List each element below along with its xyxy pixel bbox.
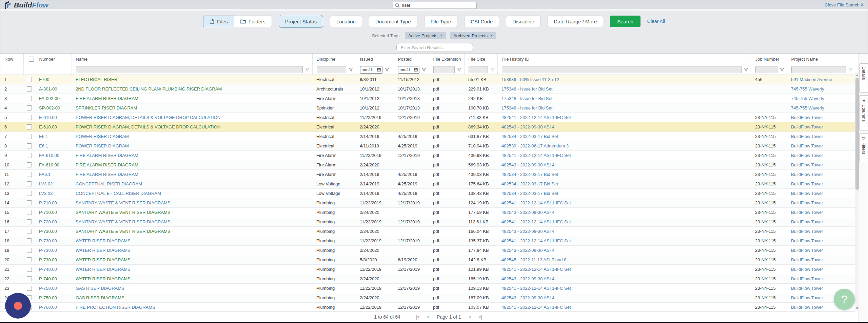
document-name-link[interactable]: POWER RISER DIAGRAM, DETAILS & VOLTAGE D… xyxy=(76,115,220,120)
search-button[interactable]: Search xyxy=(610,16,640,27)
row-checkbox[interactable] xyxy=(27,229,32,234)
scroll-down-arrow[interactable] xyxy=(856,307,859,309)
filter-funnel-icon[interactable] xyxy=(457,67,461,72)
chat-fab-button[interactable] xyxy=(5,293,31,319)
file-history-link[interactable]: 158639 - 50% Issue 11-25-12 xyxy=(501,77,559,82)
file-size-filter-input[interactable] xyxy=(469,66,488,73)
column-header-job-number[interactable]: Job Number xyxy=(751,54,787,65)
document-number-link[interactable]: A-301-00 xyxy=(39,86,57,92)
remove-tag-icon[interactable]: × xyxy=(440,33,442,38)
project-name-link[interactable]: BuildFlow Tower xyxy=(791,286,823,291)
filter-funnel-icon[interactable] xyxy=(422,67,426,72)
document-number-link[interactable]: FA-002-00 xyxy=(39,96,60,101)
file-history-filter-input[interactable] xyxy=(502,66,742,73)
row-checkbox[interactable] xyxy=(27,115,32,120)
project-name-link[interactable]: 745-755 Waverly xyxy=(791,105,824,110)
discipline-filter-input[interactable] xyxy=(317,66,346,73)
document-name-link[interactable]: GAS RISER DIAGRAMS xyxy=(76,295,124,300)
project-name-link[interactable]: BuildFlow Tower xyxy=(791,143,823,148)
tag-active-projects[interactable]: Active Projects × xyxy=(405,32,446,39)
csi-code-filter-button[interactable]: CSI Code xyxy=(464,16,499,27)
document-name-link[interactable]: POWER RISER DIAGRAM, DETAILS & VOLTAGE D… xyxy=(76,124,220,129)
first-page-button[interactable]: |< xyxy=(416,314,419,320)
file-history-link[interactable]: 482539 - 2022-06-17 Addendum 3 xyxy=(501,143,569,148)
document-number-link[interactable]: P-730.00 xyxy=(39,238,57,243)
filter-funnel-icon[interactable] xyxy=(349,67,353,72)
remove-tag-icon[interactable]: × xyxy=(490,33,493,38)
document-name-link[interactable]: FIRE ALARM RISER DIAGRAM xyxy=(76,96,138,101)
row-checkbox[interactable] xyxy=(27,96,32,101)
document-name-link[interactable]: 2ND FLOOR REFLECTED CEILING PLAN/ PLUMBI… xyxy=(76,86,222,92)
document-number-link[interactable]: P-710.00 xyxy=(39,200,57,205)
file-history-link[interactable]: 482543 - 2022-09-30 ASI 4 xyxy=(501,295,554,300)
document-number-link[interactable]: P-760.00 xyxy=(39,305,57,310)
folders-toggle-button[interactable]: Folders xyxy=(234,16,272,27)
document-type-filter-button[interactable]: Document Type xyxy=(369,16,417,27)
document-name-link[interactable]: CONCEPTUAL RISER DIAGRAM xyxy=(76,181,142,186)
project-name-link[interactable]: BuildFlow Tower xyxy=(791,276,823,281)
project-name-link[interactable]: 745-755 Waverly xyxy=(791,86,824,92)
row-checkbox[interactable] xyxy=(27,86,32,92)
document-number-link[interactable]: E700 xyxy=(39,77,49,82)
document-number-link[interactable]: FA-610.00 xyxy=(39,153,59,158)
document-name-link[interactable]: WATER RISER DIAGRAMS xyxy=(76,276,131,281)
document-number-link[interactable]: P-720.00 xyxy=(39,219,57,224)
select-all-checkbox[interactable] xyxy=(29,57,34,62)
close-file-search-link[interactable]: Close File Search X xyxy=(825,2,864,7)
document-number-link[interactable]: E6.1 xyxy=(39,143,48,148)
row-checkbox[interactable] xyxy=(27,210,32,215)
file-history-link[interactable]: 482541 - 2022-12-14 ASI 1-IFC Set xyxy=(501,286,571,291)
project-name-link[interactable]: BuildFlow Tower xyxy=(791,181,823,186)
filter-funnel-icon[interactable] xyxy=(848,67,853,72)
project-name-link[interactable]: BuildFlow Tower xyxy=(791,248,823,253)
project-name-link[interactable]: BuildFlow Tower xyxy=(791,295,823,300)
file-history-link[interactable]: 482534 - 2022-03-17 Bid Set xyxy=(501,172,558,177)
document-number-link[interactable]: LV3.02 xyxy=(39,181,53,186)
row-checkbox[interactable] xyxy=(27,191,32,196)
document-name-link[interactable]: FIRE ALARM RISER DIAGRAM xyxy=(76,153,138,158)
document-number-link[interactable]: P-740.00 xyxy=(39,267,57,272)
tag-archived-projects[interactable]: Archived Projects × xyxy=(450,32,496,39)
column-header-posted[interactable]: Posted xyxy=(394,54,429,65)
column-header-number[interactable]: Number xyxy=(35,54,72,65)
column-header-file-history-id[interactable]: File History ID xyxy=(497,54,751,65)
project-status-filter-button[interactable]: Project Status xyxy=(279,15,323,28)
name-filter-input[interactable] xyxy=(76,66,303,73)
project-name-link[interactable]: BuildFlow Tower xyxy=(791,172,823,177)
file-history-link[interactable]: 482534 - 2022-03-17 Bid Set xyxy=(501,191,558,196)
project-name-filter-input[interactable] xyxy=(791,66,846,73)
document-name-link[interactable]: POWER RISER DIAGRAM xyxy=(76,143,129,148)
files-toggle-button[interactable]: Files xyxy=(203,16,234,27)
filter-funnel-icon[interactable] xyxy=(305,67,310,72)
project-name-link[interactable]: BuildFlow Tower xyxy=(791,115,823,120)
file-history-link[interactable]: 175348 - Issue for Bid Set xyxy=(501,105,552,110)
file-history-link[interactable]: 482541 - 2022-12-14 ASI 1-IFC Set xyxy=(501,200,571,205)
row-checkbox[interactable] xyxy=(27,153,32,158)
project-name-link[interactable]: BuildFlow Tower xyxy=(791,267,823,272)
project-name-link[interactable]: BuildFlow Tower xyxy=(791,238,823,243)
row-checkbox[interactable] xyxy=(27,267,32,272)
file-history-link[interactable]: 482543 - 2022-09-30 ASI 4 xyxy=(501,248,554,253)
row-checkbox[interactable] xyxy=(27,143,32,148)
document-number-link[interactable]: E6.1 xyxy=(39,134,48,139)
file-history-link[interactable]: 482534 - 2022-03-17 Bid Set xyxy=(501,181,558,186)
file-history-link[interactable]: 175348 - Issue for Bid Set xyxy=(501,86,552,92)
project-name-link[interactable]: BuildFlow Tower xyxy=(791,153,823,158)
file-history-link[interactable]: 482543 - 2022-09-30 ASI 4 xyxy=(501,276,554,281)
previous-page-button[interactable]: < xyxy=(427,314,429,320)
filter-funnel-icon[interactable] xyxy=(744,67,748,72)
project-name-link[interactable]: BuildFlow Tower xyxy=(791,124,823,129)
row-checkbox[interactable] xyxy=(27,248,32,253)
row-checkbox[interactable] xyxy=(27,77,32,82)
filter-funnel-icon[interactable] xyxy=(385,67,389,72)
project-name-link[interactable]: BuildFlow Tower xyxy=(791,219,823,224)
clear-all-link[interactable]: Clear All xyxy=(647,19,665,24)
row-checkbox[interactable] xyxy=(27,286,32,291)
scrollbar-thumb[interactable] xyxy=(855,78,859,190)
document-name-link[interactable]: WATER RISER DIAGRAMS xyxy=(76,248,131,253)
project-name-link[interactable]: BuildFlow Tower xyxy=(791,200,823,205)
date-range-filter-button[interactable]: Date Range / More xyxy=(548,16,604,27)
document-number-link[interactable]: SP-002-00 xyxy=(39,105,60,110)
project-name-link[interactable]: 745-755 Waverly xyxy=(791,96,824,101)
document-name-link[interactable]: SANITARY WASTE & VENT RISER DIAGRAMS xyxy=(76,219,171,224)
